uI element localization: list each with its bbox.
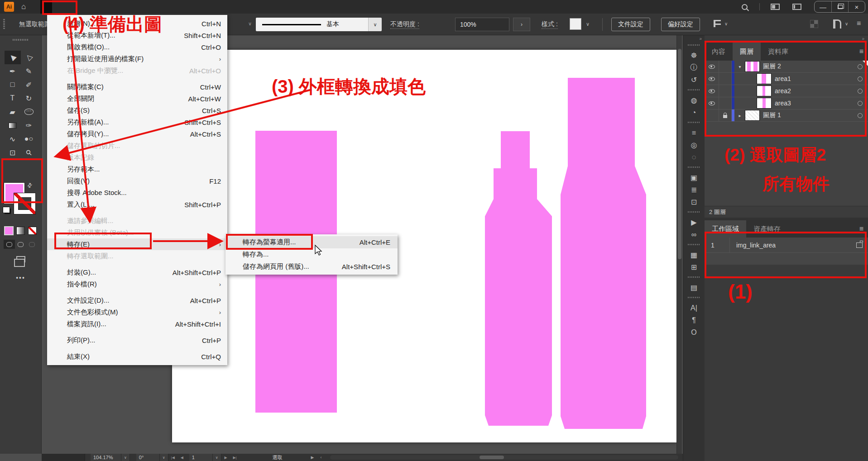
- style-label[interactable]: 樣式 :: [542, 20, 558, 29]
- style-dropdown-chevron[interactable]: ∨: [582, 18, 593, 30]
- expand-toggle-icon[interactable]: ▸: [734, 113, 745, 118]
- minimize-button[interactable]: —: [815, 1, 831, 12]
- menu-item[interactable]: 文件色彩模式(M) ›: [47, 306, 227, 318]
- menu-item[interactable]: 在 Bridge 中瀏覽... Alt+Ctrl+O: [47, 65, 227, 76]
- layer-name[interactable]: area1: [775, 75, 791, 82]
- visibility-cell[interactable]: [705, 61, 719, 72]
- menu-item[interactable]: 文件設定(D)... Alt+Ctrl+P: [47, 295, 227, 306]
- tool-button[interactable]: ✎: [21, 64, 37, 78]
- draw-inside-button[interactable]: [26, 240, 38, 249]
- menu-item[interactable]: 儲存選取的切片...: [47, 140, 227, 152]
- layer-row[interactable]: area2: [705, 85, 868, 97]
- lock-cell[interactable]: [719, 109, 732, 121]
- layer-name[interactable]: 圖層 2: [763, 62, 781, 71]
- visibility-cell[interactable]: [705, 109, 719, 121]
- menu-item[interactable]: 另存範本...: [47, 163, 227, 175]
- layer-name[interactable]: 圖層 1: [763, 111, 781, 119]
- layer-thumbnail[interactable]: [757, 74, 771, 84]
- target-circle-icon[interactable]: [858, 101, 863, 106]
- tool-button[interactable]: ✒: [5, 64, 21, 78]
- rotation-value[interactable]: 0°: [136, 454, 160, 461]
- menubar-item[interactable]: [64, 0, 76, 14]
- menu-item[interactable]: 列印(P)... Ctrl+P: [47, 334, 227, 346]
- layer-thumbnail[interactable]: [745, 110, 759, 120]
- menu-item[interactable]: 打開最近使用過的檔案(F) ›: [47, 53, 227, 65]
- tab-layers[interactable]: 圖層: [733, 43, 761, 61]
- menubar-item[interactable]: [87, 0, 99, 14]
- menubar-item[interactable]: [134, 0, 146, 14]
- gradient-button[interactable]: [17, 227, 24, 234]
- panel-grip[interactable]: [13, 39, 29, 41]
- menu-item[interactable]: [47, 330, 227, 334]
- first-artboard-icon[interactable]: |◀: [168, 454, 177, 461]
- submenu-item[interactable]: 轉存為...: [225, 248, 398, 261]
- status-field[interactable]: 選取: [250, 454, 305, 461]
- tool-button[interactable]: ↻: [21, 91, 37, 105]
- menu-item[interactable]: 回復(V) F12: [47, 175, 227, 187]
- color-button[interactable]: [5, 227, 13, 234]
- align-dropdown-chevron[interactable]: ∨: [724, 21, 728, 26]
- scrollbar-thumb[interactable]: [480, 456, 504, 459]
- menubar-item[interactable]: [52, 0, 64, 14]
- tool-button[interactable]: ▶: [5, 51, 21, 64]
- visibility-cell[interactable]: [705, 97, 719, 109]
- artboard-row[interactable]: 1 img_link_area: [705, 238, 868, 253]
- next-artboard-icon[interactable]: ▶: [221, 454, 230, 461]
- menu-item[interactable]: 儲存拷貝(Y)... Alt+Ctrl+S: [47, 128, 227, 140]
- panel-menu-icon[interactable]: ≡: [859, 220, 868, 238]
- menubar-item[interactable]: [76, 0, 87, 14]
- tool-button[interactable]: ▷: [21, 51, 37, 64]
- target-circle-icon[interactable]: [858, 76, 863, 81]
- workspace-switcher-icon[interactable]: [771, 4, 780, 10]
- previous-artboard-icon[interactable]: ◀: [177, 454, 187, 461]
- style-swatch[interactable]: [570, 18, 581, 30]
- menu-item[interactable]: 邀請參與編輯...: [47, 215, 227, 227]
- artboard-name[interactable]: img_link_area: [730, 242, 776, 249]
- menu-item[interactable]: 搜尋 Adobe Stock...: [47, 187, 227, 199]
- scrollbar-thumb[interactable]: [678, 49, 681, 259]
- arrange-documents-icon[interactable]: [833, 19, 841, 29]
- artboard-dropdown-chevron[interactable]: ∨: [213, 454, 221, 461]
- panel-grip[interactable]: [3, 19, 5, 30]
- arrange-chevron-icon[interactable]: ∨: [845, 21, 848, 26]
- lock-cell[interactable]: [719, 97, 732, 109]
- lock-cell[interactable]: [719, 73, 732, 85]
- align-icon[interactable]: [714, 20, 721, 27]
- layer-thumbnail[interactable]: [757, 86, 771, 96]
- tool-button[interactable]: ∿: [5, 132, 21, 146]
- tool-button[interactable]: ●○: [21, 132, 37, 146]
- visibility-cell[interactable]: [705, 85, 719, 97]
- layer-row[interactable]: area3: [705, 97, 868, 109]
- lock-cell[interactable]: [719, 85, 732, 97]
- menu-item[interactable]: 共用以供審核 (Beta)...: [47, 227, 227, 238]
- tool-button[interactable]: ⋯: [21, 105, 37, 119]
- expand-toggle-icon[interactable]: ▾: [734, 64, 745, 69]
- screen-mode-button[interactable]: [16, 256, 25, 262]
- edit-toolbar-button[interactable]: •••: [14, 274, 28, 281]
- default-fill-stroke-icon[interactable]: [3, 207, 10, 213]
- target-circle-icon[interactable]: [858, 64, 863, 69]
- menu-item[interactable]: 結束(X) Ctrl+Q: [47, 351, 227, 362]
- submenu-item[interactable]: 儲存為網頁用 (舊版)... Alt+Shift+Ctrl+S: [225, 261, 398, 273]
- menubar-item[interactable]: [111, 0, 123, 14]
- menu-item[interactable]: 另存新檔(A)... Shift+Ctrl+S: [47, 116, 227, 128]
- last-artboard-icon[interactable]: ▶|: [230, 454, 240, 461]
- layer-row[interactable]: ▾ 圖層 2: [705, 61, 868, 73]
- menu-item[interactable]: [47, 210, 227, 215]
- menu-item[interactable]: 從範本新增(T)... Shift+Ctrl+N: [47, 29, 227, 41]
- home-icon[interactable]: ⌂: [21, 2, 26, 11]
- document-arrange-icon[interactable]: [792, 4, 801, 10]
- menu-item[interactable]: 開啟舊檔(O)... Ctrl+O: [47, 41, 227, 53]
- document-grid-icon[interactable]: [810, 20, 818, 28]
- horizontal-scrollbar[interactable]: [330, 455, 679, 460]
- scroll-left-icon[interactable]: ‹: [321, 455, 322, 460]
- menu-item[interactable]: 全部關閉 Alt+Ctrl+W: [47, 93, 227, 105]
- collapse-panel-icon[interactable]: »: [705, 35, 868, 43]
- menu-item[interactable]: [47, 290, 227, 295]
- menu-item[interactable]: [47, 346, 227, 351]
- target-circle-icon[interactable]: [858, 113, 863, 118]
- opacity-more-button[interactable]: ›: [513, 18, 530, 31]
- tool-button[interactable]: ✐: [21, 78, 37, 91]
- artboard-navigation-field[interactable]: 1: [189, 454, 213, 461]
- tool-button[interactable]: □: [5, 78, 21, 91]
